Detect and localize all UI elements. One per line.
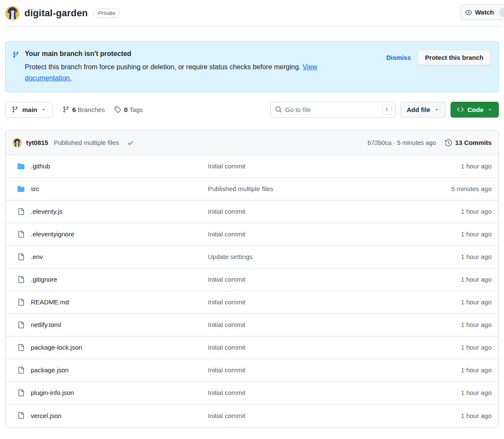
commit-message-link[interactable]: Initial commit — [208, 389, 246, 396]
file-name-cell: .github — [17, 162, 208, 170]
file-name-link[interactable]: .env — [31, 253, 43, 260]
file-icon — [18, 321, 24, 328]
avatar-image — [5, 6, 20, 21]
table-row: .eleventy.js Initial commit 1 hour ago — [6, 200, 498, 223]
repo-toolbar: main 6 Branches 0 Tags t Add file — [5, 102, 499, 118]
commit-message-link[interactable]: Initial commit — [208, 230, 246, 238]
table-row: .eleventyignore Initial commit 1 hour ag… — [6, 223, 498, 246]
file-icon — [18, 253, 24, 260]
commit-message-link[interactable]: Initial commit — [208, 298, 246, 306]
commit-message-link[interactable]: Initial commit — [208, 344, 246, 351]
code-icon — [457, 106, 464, 113]
commits-history-link[interactable]: 13 Commits — [445, 139, 492, 146]
commit-time: 1 hour ago — [419, 412, 492, 419]
commit-time: 5 minutes ago — [419, 185, 492, 192]
watch-count-badge — [499, 8, 504, 17]
file-name-cell: package.json — [17, 366, 208, 374]
commit-message-link[interactable]: Published multiple files — [208, 185, 273, 192]
file-icon — [18, 344, 24, 351]
repo-owner-avatar[interactable] — [5, 6, 20, 21]
file-name-link[interactable]: .eleventyignore — [31, 230, 74, 238]
commit-time: 1 hour ago — [419, 276, 492, 283]
banner-title: Your main branch isn't protected — [25, 50, 381, 58]
folder-icon — [18, 163, 24, 170]
file-name-link[interactable]: plugin-info.json — [31, 389, 74, 396]
file-rows: .github Initial commit 1 hour ago src Pu… — [6, 155, 498, 427]
file-icon — [18, 231, 24, 238]
eye-icon — [465, 9, 472, 16]
banner-actions: Dismiss Protect this branch — [386, 50, 492, 84]
history-icon — [445, 139, 452, 146]
branch-icon — [12, 106, 18, 113]
commit-message-link[interactable]: Update settings — [208, 253, 252, 260]
commit-bar-right: b72b0ca · 5 minutes ago 13 Commits — [368, 139, 492, 146]
file-name-cell: package-lock.json — [17, 344, 208, 351]
table-row: package.json Initial commit 1 hour ago — [6, 359, 498, 382]
commit-message-link[interactable]: Initial commit — [208, 162, 246, 170]
table-row: package-lock.json Initial commit 1 hour … — [6, 336, 498, 359]
commit-message-link[interactable]: Initial commit — [208, 366, 246, 374]
branches-label: Branches — [78, 106, 105, 113]
file-icon — [18, 208, 24, 215]
add-file-button[interactable]: Add file — [400, 102, 446, 118]
file-browser: tyt0815 Published multiple files b72b0ca… — [5, 130, 499, 427]
latest-commit-bar: tyt0815 Published multiple files b72b0ca… — [6, 131, 498, 155]
watch-button[interactable]: Watch — [460, 4, 504, 20]
commit-time: 1 hour ago — [419, 389, 492, 396]
chevron-down-icon — [41, 107, 46, 112]
table-row: .env Update settings 1 hour ago — [6, 246, 498, 268]
file-name-cell: .env — [17, 253, 208, 260]
search-icon — [275, 106, 282, 113]
file-icon — [18, 367, 24, 374]
commit-message-link[interactable]: Initial commit — [208, 208, 246, 215]
code-label: Code — [468, 106, 484, 113]
commit-time: 1 hour ago — [419, 230, 492, 238]
file-name-cell: .eleventy.js — [17, 208, 208, 215]
table-row: .github Initial commit 1 hour ago — [6, 155, 498, 178]
commit-status-check-icon[interactable] — [127, 139, 134, 146]
avatar-image — [12, 138, 22, 147]
commit-author[interactable]: tyt0815 — [26, 139, 48, 146]
commit-message-link[interactable]: Initial commit — [208, 276, 246, 283]
file-name-link[interactable]: README.md — [31, 298, 69, 306]
file-name-link[interactable]: vercel.json — [31, 412, 62, 419]
branches-link[interactable]: 6 Branches — [62, 106, 105, 113]
code-button[interactable]: Code — [451, 102, 499, 118]
commit-message-link[interactable]: Initial commit — [208, 321, 246, 328]
banner-content: Your main branch isn't protected Protect… — [25, 50, 381, 84]
banner-description: Protect this branch from force pushing o… — [25, 62, 359, 84]
file-name-link[interactable]: netlify.toml — [31, 321, 61, 328]
watch-label: Watch — [475, 9, 494, 16]
file-name-link[interactable]: package-lock.json — [31, 344, 82, 351]
branch-selector[interactable]: main — [5, 102, 53, 118]
git-branch-icon — [12, 51, 19, 58]
table-row: plugin-info.json Initial commit 1 hour a… — [6, 382, 498, 404]
commit-message[interactable]: Published multiple files — [54, 139, 119, 146]
file-name-link[interactable]: package.json — [31, 366, 68, 374]
table-row: netlify.toml Initial commit 1 hour ago — [6, 314, 498, 336]
protect-branch-button[interactable]: Protect this branch — [418, 50, 491, 65]
dismiss-button[interactable]: Dismiss — [386, 54, 411, 61]
branch-icon — [62, 106, 69, 113]
file-name-cell: plugin-info.json — [17, 389, 208, 396]
commit-author-avatar[interactable] — [12, 138, 22, 147]
tags-count: 0 — [124, 106, 127, 113]
commit-sha-time[interactable]: b72b0ca · 5 minutes ago — [368, 139, 436, 146]
file-name-link[interactable]: src — [31, 185, 39, 192]
tags-link[interactable]: 0 Tags — [114, 106, 143, 113]
file-name-link[interactable]: .eleventy.js — [31, 208, 62, 215]
file-name-link[interactable]: .github — [31, 162, 50, 170]
go-to-file-input[interactable] — [285, 106, 379, 113]
file-name-cell: .gitignore — [17, 276, 208, 283]
branches-count: 6 — [72, 106, 76, 113]
commit-time: 1 hour ago — [419, 253, 492, 260]
file-name-cell: README.md — [17, 298, 208, 306]
file-name-link[interactable]: .gitignore — [31, 276, 57, 283]
current-branch-label: main — [22, 106, 37, 113]
file-icon — [18, 299, 24, 306]
repo-title[interactable]: digital-garden — [24, 8, 88, 19]
chevron-down-icon — [434, 107, 439, 112]
file-icon — [18, 412, 24, 419]
commit-message-link[interactable]: Initial commit — [208, 412, 246, 419]
header-divider — [4, 26, 500, 27]
